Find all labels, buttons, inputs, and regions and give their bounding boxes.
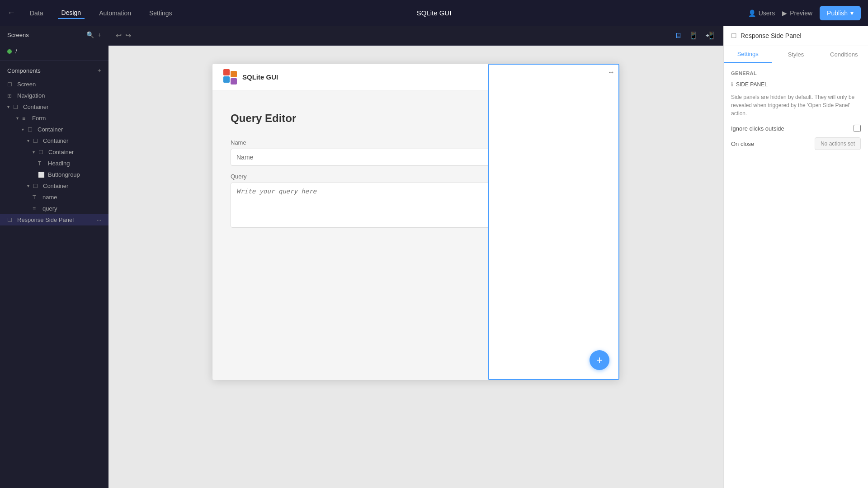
no-actions-button[interactable]: No actions set <box>815 137 861 150</box>
top-navigation: ← Data Design Automation Settings SQLite… <box>0 0 868 26</box>
screens-header: Screens 🔍 + <box>0 26 108 44</box>
tab-conditions-panel[interactable]: Conditions <box>820 46 868 63</box>
screens-actions: 🔍 + <box>86 31 101 38</box>
name-icon: T <box>33 194 39 201</box>
buttongroup-icon: ⬜ <box>38 172 44 178</box>
tree-item-name[interactable]: T name <box>0 192 108 203</box>
tree-label-query: query <box>42 205 57 212</box>
publish-button[interactable]: Publish ▾ <box>820 6 861 20</box>
tab-styles-panel[interactable]: Styles <box>772 46 820 63</box>
ignore-clicks-checkbox[interactable] <box>854 125 861 132</box>
tree-item-heading[interactable]: T Heading <box>0 158 108 169</box>
info-icon: ℹ <box>731 81 733 88</box>
components-title: Components <box>7 67 41 74</box>
logo-square-red <box>223 69 230 75</box>
tab-automation[interactable]: Automation <box>95 8 135 19</box>
chevron-icon-3: ▾ <box>27 138 29 143</box>
add-component-button[interactable]: + <box>98 67 101 74</box>
right-panel-header: ☐ Response Side Panel <box>724 26 868 46</box>
side-panel-subtitle: SIDE PANEL <box>736 81 768 88</box>
undo-button[interactable]: ↩ <box>116 31 122 40</box>
users-icon: 👤 <box>748 9 756 17</box>
canvas-area: ↩ ↪ 🖥 📱 📲 <box>108 26 723 488</box>
desktop-view-button[interactable]: 🖥 <box>673 29 684 42</box>
divider <box>0 60 108 61</box>
tree-label-response-side-panel: Response Side Panel <box>17 216 74 223</box>
on-close-row: On close No actions set <box>731 137 861 150</box>
right-panel-tabs: Settings Styles Conditions <box>724 46 868 63</box>
tree-label-heading: Heading <box>48 160 70 167</box>
device-switcher: 🖥 📱 📲 <box>673 29 716 42</box>
tablet-view-button[interactable]: 📱 <box>687 29 700 42</box>
users-button[interactable]: 👤 Users <box>748 9 775 17</box>
components-header: Components + <box>0 62 108 79</box>
tree-label-container-2: Container <box>38 126 63 133</box>
tree-label-container-1: Container <box>23 103 48 110</box>
ignore-clicks-label: Ignore clicks outside <box>731 125 784 132</box>
top-nav-right: 👤 Users ▶ Preview Publish ▾ <box>748 6 861 20</box>
tree-item-container-1[interactable]: ▾ ☐ Container <box>0 101 108 113</box>
side-panel-fab-button[interactable]: + <box>590 350 609 370</box>
query-editor-title: Query Editor <box>231 112 296 125</box>
tree-item-form[interactable]: ▾ ≡ Form <box>0 113 108 124</box>
app-logo <box>223 69 237 84</box>
tree-item-container-4[interactable]: ▾ ☐ Container <box>0 146 108 158</box>
search-icon-button[interactable]: 🔍 <box>86 31 94 38</box>
response-panel-icon: ☐ <box>7 217 14 223</box>
side-panel-close-button[interactable]: ↔ <box>608 68 615 76</box>
tree-item-buttongroup[interactable]: ⬜ Buttongroup <box>0 169 108 180</box>
tree-item-container-5[interactable]: ▾ ☐ Container <box>0 180 108 192</box>
add-screen-button[interactable]: + <box>98 31 101 38</box>
logo-square-blue <box>223 76 230 83</box>
chevron-down-icon: ▾ <box>850 9 854 17</box>
redo-button[interactable]: ↪ <box>125 31 131 40</box>
tree-label-container-4: Container <box>48 149 74 155</box>
tree-item-container-3[interactable]: ▾ ☐ Container <box>0 135 108 146</box>
app-preview: SQLite GUI Query Editor + Name Query <box>212 64 619 380</box>
main-layout: Screens 🔍 + / Components + ☐ Screen ⊞ Na… <box>0 26 868 488</box>
back-button[interactable]: ← <box>7 8 15 18</box>
general-section-title: GENERAL <box>731 70 861 76</box>
app-name: SQLite GUI <box>242 73 278 81</box>
tab-settings[interactable]: Settings <box>146 8 176 19</box>
preview-button[interactable]: ▶ Preview <box>782 9 812 17</box>
logo-square-purple <box>231 78 237 84</box>
container-icon-5: ☐ <box>33 183 39 189</box>
app-title: SQLite GUI <box>417 9 452 17</box>
right-panel: ☐ Response Side Panel Settings Styles Co… <box>723 26 868 488</box>
canvas-toolbar: ↩ ↪ 🖥 📱 📲 <box>108 26 723 46</box>
tree-item-response-side-panel[interactable]: ☐ Response Side Panel ··· <box>0 214 108 225</box>
chevron-icon-4: ▾ <box>33 150 35 155</box>
tree-label-screen: Screen <box>17 81 36 88</box>
logo-square-orange <box>231 71 237 77</box>
tree-item-container-2[interactable]: ▾ ☐ Container <box>0 124 108 135</box>
screens-title: Screens <box>7 32 29 38</box>
container-icon-1: ☐ <box>13 104 19 110</box>
tree-label-form: Form <box>32 115 46 122</box>
tree-label-container-5: Container <box>43 183 68 189</box>
query-icon: ≡ <box>33 206 39 212</box>
tab-settings-panel[interactable]: Settings <box>724 46 772 63</box>
tree-item-query[interactable]: ≡ query <box>0 203 108 214</box>
container-icon-4: ☐ <box>38 149 45 155</box>
screen-item[interactable]: / <box>0 44 108 58</box>
left-sidebar: Screens 🔍 + / Components + ☐ Screen ⊞ Na… <box>0 26 108 488</box>
tree-item-screen[interactable]: ☐ Screen <box>0 79 108 90</box>
tree-label-buttongroup: Buttongroup <box>48 171 80 178</box>
tree-label-name: name <box>42 194 57 201</box>
tab-design[interactable]: Design <box>58 7 85 19</box>
chevron-icon-1: ▾ <box>7 104 9 109</box>
on-close-label: On close <box>731 141 754 147</box>
chevron-icon-form: ▾ <box>16 116 19 121</box>
container-icon-2: ☐ <box>28 127 34 133</box>
tree-item-navigation[interactable]: ⊞ Navigation <box>0 90 108 101</box>
mobile-view-button[interactable]: 📲 <box>703 29 716 42</box>
form-icon: ≡ <box>22 115 28 122</box>
more-options-icon[interactable]: ··· <box>97 217 101 223</box>
tab-data[interactable]: Data <box>26 8 47 19</box>
side-panel-subsection: ℹ SIDE PANEL <box>731 81 861 88</box>
side-panel-description: Side panels are hidden by default. They … <box>731 93 861 117</box>
ignore-clicks-row: Ignore clicks outside <box>731 125 861 132</box>
response-side-panel-overlay: ☐ Response Side Panel ↔ + <box>488 64 619 380</box>
chevron-icon-2: ▾ <box>22 127 24 132</box>
